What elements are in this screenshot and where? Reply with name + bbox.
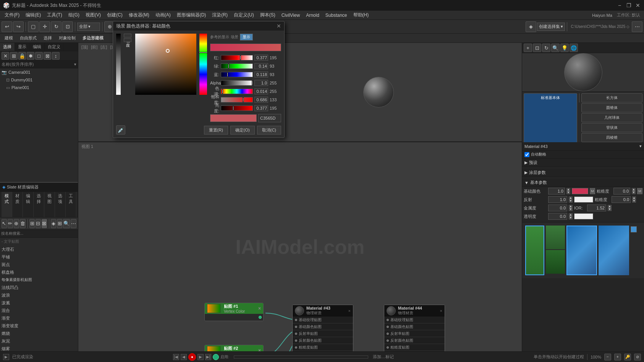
tab-object-paint[interactable]: 对象绘制 [56, 34, 79, 42]
scene-item-dummy[interactable]: ⊡ Dummy001 [5, 76, 78, 84]
menu-animate[interactable]: 动画(A) [152, 11, 174, 19]
sat-float[interactable]: 0.686 [254, 97, 268, 103]
tab-selection[interactable]: 选择 [40, 34, 55, 42]
menu-file[interactable]: 文件(F) [2, 11, 23, 19]
tab-poly-modeling[interactable]: 多边形建模 [79, 34, 107, 42]
val-int[interactable]: 195 [270, 106, 281, 110]
node-mat43[interactable]: Material #43 物理材质 × 基础纹理贴图 基础颜色贴图 反射率贴图 … [292, 305, 353, 351]
mat-tool-select[interactable]: ↖ [2, 219, 7, 228]
tab-freeform[interactable]: 自由形式 [17, 34, 40, 42]
select-button[interactable]: ▢ [28, 21, 39, 32]
base-color-m-btn[interactable]: M [590, 188, 595, 194]
anim-start-btn[interactable]: |◀ [173, 354, 179, 360]
redo-button[interactable]: ↪ [13, 21, 24, 32]
cat-tile[interactable]: 平铺 [0, 253, 78, 261]
mat-tool-assign[interactable]: ⊞ [29, 219, 35, 228]
btn-torus[interactable]: 四棱锥 [581, 133, 642, 142]
red-float[interactable]: 0.377 [254, 55, 268, 61]
menu-render[interactable]: 渲染(R) [209, 11, 231, 19]
val-float[interactable]: 0.377 [254, 105, 268, 111]
node-mat43-close[interactable]: × [348, 308, 351, 313]
alpha-int[interactable]: 255 [270, 81, 281, 85]
reflect-color-swatch[interactable] [574, 196, 593, 203]
menu-help[interactable]: 帮助(H) [350, 11, 372, 19]
menu-tools[interactable]: 工具(T) [44, 11, 65, 19]
node-map2[interactable]: 贴图 #2 Vertex Color × [204, 345, 264, 351]
node-mat44-close[interactable]: × [440, 308, 442, 313]
cat-spot[interactable]: 斑点 [0, 261, 78, 268]
blue-float[interactable]: 0.118 [254, 71, 268, 78]
basic-header[interactable]: ▼ 基本参数 [522, 179, 644, 187]
btn-box[interactable]: 长方体 [581, 93, 642, 102]
mat-tab-mode[interactable]: 模式 [2, 192, 12, 217]
gold-spin-dn[interactable]: ▼ [569, 208, 573, 211]
swatch-green-selected[interactable] [525, 226, 544, 275]
anim-record-btn[interactable]: ● [188, 353, 196, 361]
node-map2-close[interactable]: × [258, 348, 261, 351]
cat-gradient[interactable]: 渐变 [0, 314, 78, 322]
btn-cone[interactable]: 管状体 [581, 123, 642, 132]
tab-modeling[interactable]: 建模 [2, 34, 16, 42]
scene-btn1[interactable]: ✕ [2, 52, 9, 60]
layers-header[interactable]: ▶ 涂层参数 [522, 169, 644, 177]
move-button[interactable]: ✛ [39, 21, 50, 32]
hue-strip[interactable] [199, 34, 207, 95]
anim-end-btn[interactable]: ▶| [205, 354, 211, 360]
scene-btn5[interactable]: □ [35, 52, 43, 60]
zoom-in-btn[interactable]: + [614, 354, 621, 360]
green-float[interactable]: 0.14 [254, 63, 268, 69]
mat-tool-layout[interactable]: ⊟ [36, 219, 41, 228]
menu-customize[interactable]: 自定义(U) [231, 11, 257, 19]
mat-tab-options[interactable]: 选项 [55, 192, 66, 217]
mat-tool-zoom[interactable]: 🔍 [63, 219, 70, 228]
add-mark-btn[interactable]: 添加…标记 [373, 354, 394, 360]
right-btn-orbit[interactable]: ↻ [542, 44, 550, 52]
mat-tab-tools[interactable]: 工具 [66, 192, 76, 217]
anim-next-btn[interactable]: ▶ [197, 354, 204, 360]
status-icon[interactable]: ▶ [3, 354, 9, 360]
dialog-close-btn[interactable]: ✕ [277, 23, 281, 29]
menu-group[interactable]: 组(G) [65, 11, 83, 19]
cat-smoke[interactable]: 烟雾 [0, 345, 78, 351]
swatch-blue-large[interactable] [566, 226, 597, 275]
alpha-float[interactable]: 1.0 [254, 80, 268, 86]
roughness2-spin-dn[interactable]: ▼ [632, 200, 636, 203]
menu-graph-editor[interactable]: 图形编辑器(D) [174, 11, 209, 19]
tab-hue[interactable]: 色调 [124, 34, 131, 37]
node-canvas[interactable]: 视图 1 IAIModel.com [78, 142, 522, 351]
cat-stucco[interactable]: 灰泥 [0, 337, 78, 345]
restore-button[interactable]: ❐ [626, 2, 632, 8]
menu-create[interactable]: 创建(C) [104, 11, 126, 19]
btn-sphere[interactable]: 圆锥体 [581, 103, 642, 112]
tab-whiteness[interactable]: 白度 [124, 38, 131, 42]
scene-btn6[interactable]: ⊠ [44, 52, 51, 60]
zoom-out-btn[interactable]: − [604, 354, 611, 360]
cat-splat[interactable]: 泼溅 [0, 299, 78, 307]
create-select-set[interactable]: ◈ [526, 21, 536, 32]
eyedropper-btn[interactable]: 💉 [116, 125, 125, 135]
sat-int[interactable]: 133 [270, 97, 281, 102]
cat-combustion[interactable]: 燃烧 [0, 330, 78, 337]
tab-select[interactable]: 选择 [0, 43, 15, 51]
node-map1-close[interactable]: × [258, 306, 261, 311]
select-filter-dropdown[interactable]: 全部 ▾ [77, 23, 100, 31]
mat-tool-find[interactable]: ⋯ [71, 219, 76, 228]
slider-val[interactable] [221, 106, 253, 111]
swatch-small-blue[interactable] [631, 226, 637, 232]
roughness-m-btn[interactable]: M [637, 188, 642, 194]
scale-button[interactable]: ⊡ [62, 21, 73, 32]
trans-spin-dn[interactable]: ▼ [569, 216, 573, 219]
cat-mix[interactable]: 混合 [0, 307, 78, 314]
scene-btn4[interactable]: ✱ [27, 52, 34, 60]
scene-sort-btn[interactable]: ↕ [52, 52, 60, 60]
ok-btn[interactable]: 确定(O) [230, 126, 255, 135]
red-int[interactable]: 195 [270, 55, 281, 60]
menu-view[interactable]: 视图(V) [83, 11, 104, 19]
scene-item-plane[interactable]: ▭ Plane001 [5, 84, 78, 91]
cat-wave[interactable]: 波浪 [0, 291, 78, 299]
swatch-green2[interactable] [546, 226, 565, 249]
right-btn-zoom[interactable]: 🔍 [551, 44, 560, 52]
swatch-blue2[interactable] [599, 226, 629, 275]
node-mat44[interactable]: Material #44 物理材质 × 基础纹理贴图 基础颜色贴图 反射率贴图 … [384, 305, 445, 351]
cat-normal[interactable]: 法线凹凸 [0, 284, 78, 291]
